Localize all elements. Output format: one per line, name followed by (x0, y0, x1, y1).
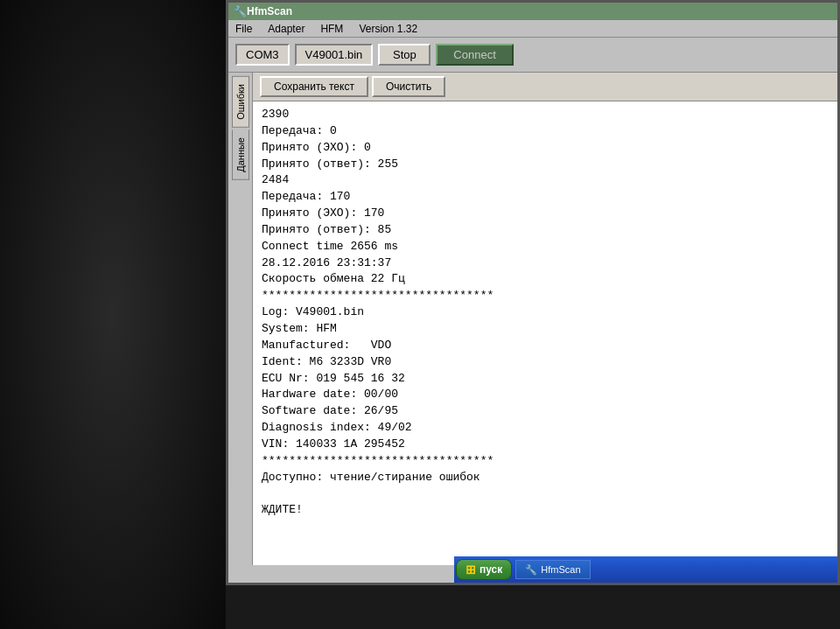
file-label: V49001.bin (295, 44, 374, 66)
taskbar-hfmscan[interactable]: 🔧 HfmScan (515, 560, 590, 579)
start-label: пуск (480, 563, 502, 576)
laptop-left-panel (0, 0, 226, 629)
taskbar-icon: 🔧 (525, 564, 537, 576)
log-area[interactable]: 2390 Передача: 0 Принято (ЭХО): 0 Принят… (253, 101, 837, 565)
menu-hfm[interactable]: HFM (317, 23, 346, 35)
taskbar: ⊞ пуск 🔧 HfmScan (454, 556, 837, 583)
side-tabs: Ошибки Данные (228, 73, 253, 565)
tab-data[interactable]: Данные (232, 129, 249, 180)
screen: 🔧 HfmScan File Adapter HFM Version 1.32 … (226, 0, 840, 585)
tab-errors[interactable]: Ошибки (232, 76, 249, 128)
title-bar: 🔧 HfmScan (228, 3, 837, 20)
laptop-bottom-panel (226, 585, 840, 629)
main-area: Ошибки Данные Сохранить текст Очистить 2… (228, 73, 837, 565)
menu-bar: File Adapter HFM Version 1.32 (228, 20, 837, 38)
save-text-button[interactable]: Сохранить текст (260, 76, 368, 97)
start-button[interactable]: ⊞ пуск (456, 559, 512, 580)
app-icon: 🔧 (234, 5, 247, 17)
stop-button[interactable]: Stop (378, 44, 430, 66)
menu-adapter[interactable]: Adapter (264, 23, 308, 35)
menu-version: Version 1.32 (355, 23, 421, 35)
connect-button[interactable]: Connect (436, 44, 513, 66)
taskbar-item-label: HfmScan (541, 564, 580, 575)
content-panel: Сохранить текст Очистить 2390 Передача: … (253, 73, 837, 565)
action-buttons: Сохранить текст Очистить (253, 73, 837, 101)
port-label: COM3 (235, 44, 290, 66)
windows-logo-icon: ⊞ (466, 563, 476, 577)
toolbar: COM3 V49001.bin Stop Connect (228, 38, 837, 73)
menu-file[interactable]: File (232, 23, 256, 35)
clear-button[interactable]: Очистить (372, 76, 445, 97)
app-title: HfmScan (247, 5, 292, 17)
